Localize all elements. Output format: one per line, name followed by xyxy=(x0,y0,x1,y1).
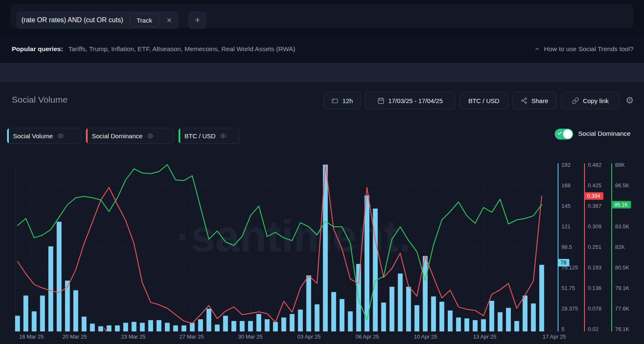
volume-bar xyxy=(415,305,420,331)
toggle-knob xyxy=(563,129,572,139)
volume-bar xyxy=(215,325,220,331)
popular-queries-label: Popular queries: xyxy=(12,45,63,53)
x-axis-label: 27 Mar 25 xyxy=(179,334,204,340)
volume-bar xyxy=(23,295,29,331)
volume-bar xyxy=(448,310,453,331)
x-axis-label: 16 Mar 25 xyxy=(19,334,44,340)
volume-bar xyxy=(98,326,103,331)
x-axis-label: 03 Apr 25 xyxy=(297,334,321,340)
legend-chip-social-volume[interactable]: Social Volume xyxy=(7,128,81,144)
settings-gear-icon[interactable]: ⚙ xyxy=(626,95,634,106)
legend-label: Social Volume xyxy=(13,132,53,140)
volume-bar xyxy=(173,326,178,331)
price-axis-tick-label: 88K xyxy=(615,162,625,168)
price-axis-tick-label: 79.1K xyxy=(615,285,629,291)
volume-bar xyxy=(431,296,436,331)
volume-bar xyxy=(140,323,145,331)
divider-strip xyxy=(0,63,644,82)
dominance-axis-tick-label: 0.136 xyxy=(588,285,602,291)
chart-plot[interactable]: ·santiment.19216814512198.575.12551.7528… xyxy=(0,149,644,344)
date-range-button[interactable]: 17/03/25 - 17/04/25 xyxy=(365,92,455,109)
toggle-label: Social Dominance xyxy=(578,130,631,137)
asset-pair-button[interactable]: BTC / USD xyxy=(460,92,508,109)
x-axis-label: 17 Apr 25 xyxy=(543,334,566,340)
share-button[interactable]: Share xyxy=(512,92,557,109)
dominance-axis-tick-label: 0.367 xyxy=(588,203,602,209)
dominance-axis-tick-label: 0.482 xyxy=(588,162,602,168)
volume-bar xyxy=(248,321,253,331)
dominance-last-value-text: 0.394 xyxy=(587,193,600,199)
x-axis-label: 23 Mar 25 xyxy=(121,334,146,340)
volume-bar xyxy=(306,275,312,331)
dominance-axis-tick-label: 0.309 xyxy=(588,223,602,230)
share-label: Share xyxy=(531,97,548,104)
volume-bar xyxy=(115,326,120,331)
close-icon[interactable]: ✕ xyxy=(165,16,174,25)
price-axis-tick-label: 77.6K xyxy=(615,305,629,312)
volume-bar xyxy=(132,322,137,331)
volume-last-value-text: 78 xyxy=(561,260,566,266)
legend-label: Social Dominance xyxy=(92,132,143,140)
query-chip[interactable]: (rate OR rates) AND (cut OR cuts) Track … xyxy=(16,11,179,29)
volume-bar xyxy=(190,323,195,331)
volume-bar xyxy=(156,320,161,331)
legend-color-bar xyxy=(86,128,88,144)
eye-icon[interactable] xyxy=(220,133,227,139)
price-last-value-text: 85.1K xyxy=(614,202,628,208)
legend-label: BTC / USD xyxy=(184,132,216,140)
volume-bar xyxy=(57,222,62,331)
volume-bar xyxy=(506,308,511,331)
add-query-button[interactable]: + xyxy=(188,11,207,29)
x-axis-label: 06 Apr 25 xyxy=(356,334,379,340)
interval-label: 12h xyxy=(342,97,353,104)
volume-bar xyxy=(439,302,444,331)
copy-link-button[interactable]: Copy link xyxy=(561,92,620,109)
popular-queries-list[interactable]: Tariffs, Trump, Inflation, ETF, Altseaso… xyxy=(68,45,295,53)
volume-bar xyxy=(423,256,428,331)
x-axis-label: 13 Apr 25 xyxy=(473,334,496,340)
legend-chip-social-dominance[interactable]: Social Dominance xyxy=(86,128,174,144)
volume-bar xyxy=(390,287,395,331)
dominance-axis-tick-label: 0.425 xyxy=(588,182,602,189)
volume-bar xyxy=(257,314,262,331)
volume-axis-tick-label: 145 xyxy=(561,203,571,209)
volume-axis-tick-label: 121 xyxy=(561,223,571,230)
help-link-label: How to use Social Trends tool? xyxy=(544,45,634,53)
volume-bar xyxy=(206,309,211,331)
volume-bar xyxy=(273,322,278,331)
price-axis-tick-label: 80.5K xyxy=(615,264,629,271)
interval-button[interactable]: 12h xyxy=(324,92,361,109)
eye-icon[interactable] xyxy=(147,133,154,139)
copy-link-label: Copy link xyxy=(583,97,609,104)
volume-bar xyxy=(90,323,95,331)
price-axis-tick-label: 83.5K xyxy=(615,223,629,230)
volume-bar xyxy=(523,295,528,331)
dominance-axis-tick-label: 0.193 xyxy=(588,264,602,271)
chevron-up-icon xyxy=(534,46,540,52)
price-axis-tick-label: 76.1K xyxy=(615,326,629,332)
volume-axis-tick-label: 5 xyxy=(561,326,564,332)
volume-bar xyxy=(531,303,536,331)
volume-bar xyxy=(298,310,303,331)
volume-axis-tick-label: 51.75 xyxy=(561,285,575,291)
legend-color-bar xyxy=(7,128,9,144)
volume-axis-tick-label: 168 xyxy=(561,182,571,189)
volume-bar xyxy=(539,265,544,331)
social-dominance-toggle[interactable] xyxy=(555,129,573,140)
popular-queries-row: Popular queries: Tariffs, Trump, Inflati… xyxy=(0,35,644,63)
price-axis-tick-label: 82K xyxy=(615,244,625,250)
legend-chip-btc-usd[interactable]: BTC / USD xyxy=(178,128,240,144)
volume-bar xyxy=(514,321,519,331)
volume-bar xyxy=(148,320,153,331)
query-text: (rate OR rates) AND (cut OR cuts) xyxy=(21,16,123,24)
track-button[interactable]: Track xyxy=(130,14,159,27)
dominance-axis-tick-label: 0.02 xyxy=(588,326,598,332)
volume-bar xyxy=(82,317,87,331)
dominance-axis-tick-label: 0.078 xyxy=(588,305,602,312)
eye-icon[interactable] xyxy=(57,133,64,139)
help-link[interactable]: How to use Social Trends tool? xyxy=(534,45,634,53)
dominance-axis-tick-label: 0.251 xyxy=(588,244,602,250)
volume-bar xyxy=(40,295,45,331)
volume-bar xyxy=(265,319,270,331)
volume-axis-tick-label: 28.375 xyxy=(561,305,578,312)
